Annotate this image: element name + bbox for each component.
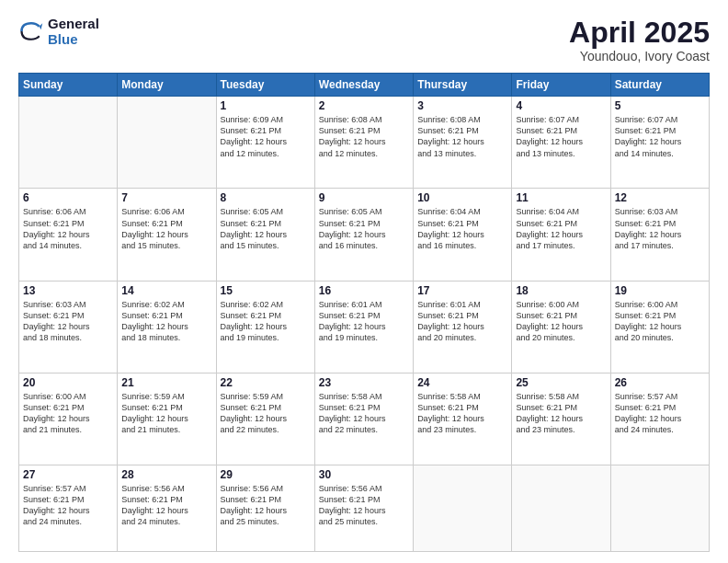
calendar-header-row: SundayMondayTuesdayWednesdayThursdayFrid… [19,74,710,97]
day-info: Sunrise: 6:00 AM Sunset: 6:21 PM Dayligh… [615,299,705,344]
day-number: 9 [319,191,409,204]
calendar-cell: 1Sunrise: 6:09 AM Sunset: 6:21 PM Daylig… [216,97,314,189]
day-info: Sunrise: 6:05 AM Sunset: 6:21 PM Dayligh… [319,206,409,251]
day-number: 3 [417,99,507,112]
title-block: April 2025 Youndouo, Ivory Coast [569,17,710,63]
calendar-week-row: 27Sunrise: 5:57 AM Sunset: 6:21 PM Dayli… [19,465,710,552]
calendar-week-row: 6Sunrise: 6:06 AM Sunset: 6:21 PM Daylig… [19,189,710,281]
calendar-cell: 8Sunrise: 6:05 AM Sunset: 6:21 PM Daylig… [216,189,314,281]
day-info: Sunrise: 6:06 AM Sunset: 6:21 PM Dayligh… [121,206,211,251]
calendar-cell: 23Sunrise: 5:58 AM Sunset: 6:21 PM Dayli… [314,373,413,465]
day-info: Sunrise: 6:08 AM Sunset: 6:21 PM Dayligh… [319,114,409,159]
day-number: 17 [417,284,507,297]
calendar-cell: 9Sunrise: 6:05 AM Sunset: 6:21 PM Daylig… [314,189,413,281]
day-info: Sunrise: 6:00 AM Sunset: 6:21 PM Dayligh… [23,391,113,436]
day-number: 15 [221,284,311,297]
calendar-cell: 30Sunrise: 5:56 AM Sunset: 6:21 PM Dayli… [314,465,413,552]
day-info: Sunrise: 6:03 AM Sunset: 6:21 PM Dayligh… [23,299,113,344]
subtitle: Youndouo, Ivory Coast [569,49,710,63]
day-info: Sunrise: 5:58 AM Sunset: 6:21 PM Dayligh… [319,391,409,436]
day-number: 22 [221,376,311,389]
day-info: Sunrise: 6:02 AM Sunset: 6:21 PM Dayligh… [121,299,211,344]
calendar-cell [610,465,709,552]
day-info: Sunrise: 6:07 AM Sunset: 6:21 PM Dayligh… [615,114,705,159]
day-info: Sunrise: 6:05 AM Sunset: 6:21 PM Dayligh… [221,206,311,251]
day-info: Sunrise: 5:59 AM Sunset: 6:21 PM Dayligh… [121,391,211,436]
calendar-cell: 6Sunrise: 6:06 AM Sunset: 6:21 PM Daylig… [19,189,118,281]
calendar-cell: 15Sunrise: 6:02 AM Sunset: 6:21 PM Dayli… [216,281,314,373]
day-info: Sunrise: 6:02 AM Sunset: 6:21 PM Dayligh… [221,299,311,344]
calendar-cell: 24Sunrise: 5:58 AM Sunset: 6:21 PM Dayli… [414,373,512,465]
calendar-cell: 10Sunrise: 6:04 AM Sunset: 6:21 PM Dayli… [414,189,512,281]
day-info: Sunrise: 5:56 AM Sunset: 6:21 PM Dayligh… [319,483,409,528]
day-number: 11 [516,191,606,204]
day-info: Sunrise: 6:00 AM Sunset: 6:21 PM Dayligh… [516,299,606,344]
logo-icon [18,18,44,44]
calendar-weekday-header: Saturday [610,74,709,97]
calendar-week-row: 13Sunrise: 6:03 AM Sunset: 6:21 PM Dayli… [19,281,710,373]
day-info: Sunrise: 6:04 AM Sunset: 6:21 PM Dayligh… [417,206,507,251]
calendar-cell [118,97,216,189]
calendar-weekday-header: Sunday [19,74,118,97]
calendar-weekday-header: Tuesday [216,74,314,97]
day-info: Sunrise: 6:09 AM Sunset: 6:21 PM Dayligh… [221,114,311,159]
day-number: 12 [615,191,705,204]
day-number: 14 [121,284,211,297]
calendar-cell: 18Sunrise: 6:00 AM Sunset: 6:21 PM Dayli… [512,281,610,373]
calendar-weekday-header: Monday [118,74,216,97]
day-info: Sunrise: 5:57 AM Sunset: 6:21 PM Dayligh… [615,391,705,436]
day-number: 26 [615,376,705,389]
calendar-weekday-header: Wednesday [314,74,413,97]
calendar-week-row: 1Sunrise: 6:09 AM Sunset: 6:21 PM Daylig… [19,97,710,189]
header: General Blue April 2025 Youndouo, Ivory … [18,17,710,63]
day-number: 28 [121,468,211,481]
day-number: 2 [319,99,409,112]
logo-general-text: General [48,17,99,32]
day-info: Sunrise: 6:04 AM Sunset: 6:21 PM Dayligh… [516,206,606,251]
day-number: 25 [516,376,606,389]
day-info: Sunrise: 5:58 AM Sunset: 6:21 PM Dayligh… [417,391,507,436]
day-number: 18 [516,284,606,297]
calendar-cell: 17Sunrise: 6:01 AM Sunset: 6:21 PM Dayli… [414,281,512,373]
day-number: 13 [23,284,113,297]
day-info: Sunrise: 6:08 AM Sunset: 6:21 PM Dayligh… [417,114,507,159]
day-number: 1 [221,99,311,112]
day-info: Sunrise: 6:01 AM Sunset: 6:21 PM Dayligh… [417,299,507,344]
calendar-cell: 12Sunrise: 6:03 AM Sunset: 6:21 PM Dayli… [610,189,709,281]
day-number: 23 [319,376,409,389]
day-info: Sunrise: 5:56 AM Sunset: 6:21 PM Dayligh… [121,483,211,528]
calendar-cell [19,97,118,189]
calendar-weekday-header: Friday [512,74,610,97]
day-number: 30 [319,468,409,481]
calendar-cell: 13Sunrise: 6:03 AM Sunset: 6:21 PM Dayli… [19,281,118,373]
calendar-cell [414,465,512,552]
day-number: 5 [615,99,705,112]
day-number: 24 [417,376,507,389]
calendar-week-row: 20Sunrise: 6:00 AM Sunset: 6:21 PM Dayli… [19,373,710,465]
calendar-weekday-header: Thursday [414,74,512,97]
calendar-cell: 11Sunrise: 6:04 AM Sunset: 6:21 PM Dayli… [512,189,610,281]
logo-blue-text: Blue [48,32,99,48]
calendar-cell: 29Sunrise: 5:56 AM Sunset: 6:21 PM Dayli… [216,465,314,552]
main-title: April 2025 [569,17,710,49]
calendar-cell: 14Sunrise: 6:02 AM Sunset: 6:21 PM Dayli… [118,281,216,373]
day-info: Sunrise: 6:07 AM Sunset: 6:21 PM Dayligh… [516,114,606,159]
day-number: 8 [221,191,311,204]
calendar-cell: 26Sunrise: 5:57 AM Sunset: 6:21 PM Dayli… [610,373,709,465]
day-info: Sunrise: 5:59 AM Sunset: 6:21 PM Dayligh… [221,391,311,436]
day-number: 7 [121,191,211,204]
day-info: Sunrise: 5:58 AM Sunset: 6:21 PM Dayligh… [516,391,606,436]
day-number: 27 [23,468,113,481]
day-number: 21 [121,376,211,389]
day-number: 29 [221,468,311,481]
calendar-table: SundayMondayTuesdayWednesdayThursdayFrid… [18,73,710,552]
day-number: 10 [417,191,507,204]
day-info: Sunrise: 6:01 AM Sunset: 6:21 PM Dayligh… [319,299,409,344]
calendar-cell [512,465,610,552]
logo: General Blue [18,17,99,47]
day-number: 4 [516,99,606,112]
calendar-cell: 3Sunrise: 6:08 AM Sunset: 6:21 PM Daylig… [414,97,512,189]
calendar-cell: 7Sunrise: 6:06 AM Sunset: 6:21 PM Daylig… [118,189,216,281]
calendar-cell: 19Sunrise: 6:00 AM Sunset: 6:21 PM Dayli… [610,281,709,373]
calendar-cell: 28Sunrise: 5:56 AM Sunset: 6:21 PM Dayli… [118,465,216,552]
